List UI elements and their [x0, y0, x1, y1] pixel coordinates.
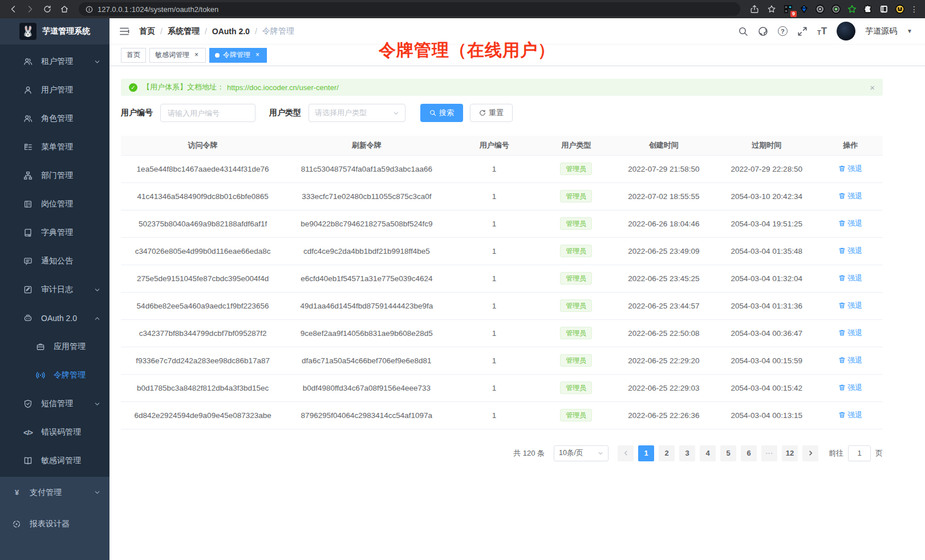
tab-close-icon[interactable]: ×	[254, 51, 261, 59]
force-logout-button[interactable]: 强退	[838, 410, 862, 420]
force-logout-button[interactable]: 强退	[838, 246, 862, 256]
page-size-select[interactable]: 10条/页	[554, 445, 608, 461]
browser-forward-icon[interactable]	[23, 2, 38, 17]
browser-reload-icon[interactable]	[40, 2, 55, 17]
user-type-select[interactable]: 请选择用户类型	[309, 104, 405, 122]
sidebar-collapse-icon[interactable]	[119, 26, 130, 37]
active-tab-dot	[215, 53, 220, 58]
fullscreen-icon[interactable]	[797, 26, 808, 36]
breadcrumb-item[interactable]: 首页	[139, 26, 155, 36]
sidebar-item-部门管理[interactable]: 部门管理	[0, 161, 109, 190]
user-type-tag: 管理员	[560, 382, 592, 394]
chevron-down-icon	[94, 287, 100, 293]
tab-switcher-icon[interactable]	[877, 2, 891, 16]
page-button-4[interactable]: 4	[700, 445, 716, 461]
sidebar-item-应用管理[interactable]: 应用管理	[0, 332, 109, 361]
sidebar-item-用户管理[interactable]: 用户管理	[0, 76, 109, 104]
force-logout-button[interactable]: 强退	[838, 301, 862, 311]
force-logout-button[interactable]: 强退	[838, 383, 862, 393]
extension-star-icon[interactable]	[845, 2, 859, 16]
app-logo: 🐰	[19, 23, 36, 40]
sidebar-item-岗位管理[interactable]: 岗位管理	[0, 190, 109, 218]
access-token-cell: 6d842e2924594de9a09e45e087323abe	[121, 401, 285, 429]
page-buttons: 123456···12	[638, 445, 798, 461]
browser-back-icon[interactable]	[6, 2, 21, 17]
sidebar-item-短信管理[interactable]: 短信管理	[0, 389, 109, 418]
sidebar-item-错误码管理[interactable]: </>错误码管理	[0, 418, 109, 447]
sidebar-item-敏感词管理[interactable]: 敏感词管理	[0, 447, 109, 475]
sidebar-item-字典管理[interactable]: 字典管理	[0, 218, 109, 247]
force-logout-button[interactable]: 强退	[838, 218, 862, 229]
breadcrumb-item[interactable]: 系统管理	[168, 26, 200, 36]
share-icon[interactable]	[747, 2, 762, 17]
breadcrumb-item[interactable]: OAuth 2.0	[212, 27, 250, 36]
sidebar-item-label: 短信管理	[41, 399, 73, 409]
page-button-6[interactable]: 6	[741, 445, 757, 461]
sidebar-item-租户管理[interactable]: 租户管理	[0, 47, 109, 76]
bookmark-star-icon[interactable]	[764, 2, 779, 17]
force-logout-button[interactable]: 强退	[838, 355, 862, 366]
access-token-cell: c347026e805e4d99b0d116eae66eda8c	[121, 237, 285, 265]
browser-menu-icon[interactable]: ⋮	[909, 5, 919, 14]
user-id-cell: 1	[448, 292, 539, 319]
address-bar[interactable]: 127.0.0.1:1024/system/oauth2/token	[79, 2, 740, 16]
expire-time-cell: 2054-03-04 00:15:42	[715, 374, 818, 401]
search-icon[interactable]	[738, 26, 748, 36]
sidebar-item-OAuth 2.0[interactable]: OAuth 2.0	[0, 304, 109, 332]
main-area: 令牌管理（在线用户） 首页/系统管理/OAuth 2.0/令牌管理 ? TT 芋…	[109, 18, 925, 560]
url-host: 127.0.0.1	[98, 5, 128, 14]
sidebar-item-令牌管理[interactable]: 令牌管理	[0, 361, 109, 389]
browser-home-icon[interactable]	[57, 2, 72, 17]
extensions-puzzle-icon[interactable]	[861, 2, 875, 16]
app-logo-row[interactable]: 🐰 芋道管理系统	[0, 18, 109, 44]
user-type-tag: 管理员	[560, 299, 592, 312]
page-button-3[interactable]: 3	[679, 445, 695, 461]
search-button[interactable]: 搜索	[420, 104, 463, 122]
sidebar-item-审计日志[interactable]: 审计日志	[0, 275, 109, 304]
reset-button[interactable]: 重置	[470, 104, 513, 122]
sidebar-item-角色管理[interactable]: 角色管理	[0, 104, 109, 133]
force-logout-button[interactable]: 强退	[838, 273, 862, 283]
chevron-down-icon[interactable]: ▼	[907, 28, 912, 34]
sidebar-item-label: 字典管理	[41, 228, 73, 238]
next-page-button[interactable]	[802, 445, 818, 461]
sidebar-item-报表设计器[interactable]: 报表设计器	[0, 508, 109, 539]
sidebar-item-通知公告[interactable]: 通知公告	[0, 247, 109, 275]
tab-令牌管理[interactable]: 令牌管理×	[209, 48, 267, 63]
avatar[interactable]	[837, 22, 855, 40]
tab-敏感词管理[interactable]: 敏感词管理×	[149, 48, 206, 63]
created-time-cell: 2022-06-25 23:49:09	[612, 237, 715, 265]
user-id-input[interactable]	[160, 104, 255, 122]
extension-grid-icon[interactable]: 9	[781, 2, 795, 16]
goto-page-input[interactable]	[848, 445, 871, 461]
page-button-12[interactable]: 12	[782, 445, 798, 461]
username[interactable]: 芋道源码	[865, 26, 897, 36]
chevron-down-icon	[94, 401, 100, 407]
sidebar-item-菜单管理[interactable]: 菜单管理	[0, 133, 109, 161]
page-button-2[interactable]: 2	[659, 445, 675, 461]
tab-首页[interactable]: 首页	[121, 48, 146, 63]
alert-link[interactable]: https://doc.iocoder.cn/user-center/	[227, 83, 339, 92]
extension-command-icon[interactable]	[813, 2, 827, 16]
column-header: 用户编号	[448, 136, 539, 155]
help-icon[interactable]: ?	[778, 26, 788, 36]
sidebar-item-label: 用户管理	[41, 85, 73, 95]
user-id-label: 用户编号	[121, 108, 153, 118]
user-type-tag: 管理员	[560, 245, 592, 257]
extension-record-icon[interactable]	[829, 2, 843, 16]
sidebar-item-label: 通知公告	[41, 256, 73, 266]
emoji-extension-icon[interactable]	[893, 2, 907, 16]
font-size-icon[interactable]: TT	[817, 26, 827, 36]
action-cell: 强退	[818, 155, 883, 182]
page-button-5[interactable]: 5	[720, 445, 736, 461]
extension-gem-icon[interactable]	[797, 2, 811, 16]
github-icon[interactable]	[758, 26, 768, 36]
force-logout-button[interactable]: 强退	[838, 164, 862, 174]
alert-close-icon[interactable]: ×	[870, 83, 875, 92]
force-logout-button[interactable]: 强退	[838, 328, 862, 338]
tab-close-icon[interactable]: ×	[193, 51, 200, 59]
force-logout-button[interactable]: 强退	[838, 191, 862, 201]
page-button-1[interactable]: 1	[638, 445, 654, 461]
prev-page-button[interactable]	[618, 445, 634, 461]
sidebar-item-支付管理[interactable]: ¥支付管理	[0, 477, 109, 508]
